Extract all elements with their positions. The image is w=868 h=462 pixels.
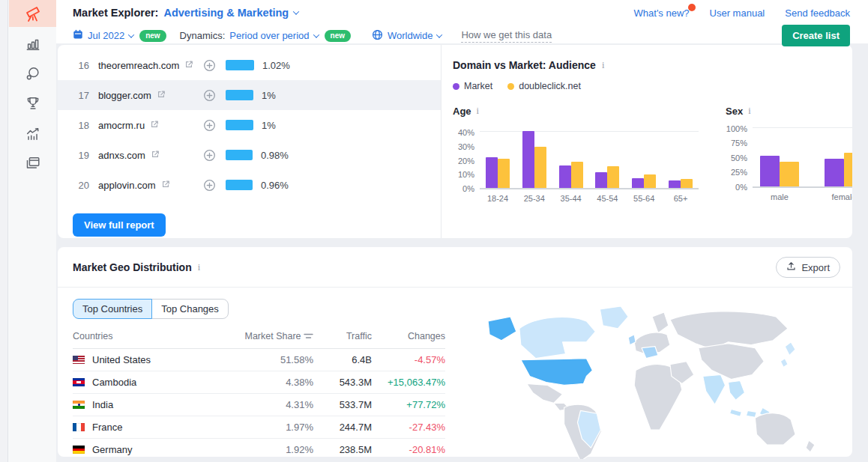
globe-icon (372, 29, 383, 43)
telescope-icon (24, 4, 42, 22)
domain-name-wrap: amocrm.ru (98, 120, 203, 131)
export-button[interactable]: Export (776, 257, 840, 278)
info-icon[interactable]: i (748, 106, 750, 117)
external-link-icon[interactable] (150, 120, 159, 131)
table-row[interactable]: United States51.58%6.4B-4.57% (73, 349, 445, 371)
domain-link[interactable]: blogger.com (98, 90, 151, 101)
bar-groups (480, 127, 699, 188)
column-header-market-share[interactable]: Market Share (238, 329, 313, 349)
table-row[interactable]: Cambodia4.38%543.3M+15,063.47% (73, 371, 445, 394)
external-link-icon[interactable] (184, 60, 193, 71)
bar-doubleclick-net-65[interactable] (681, 179, 693, 188)
view-full-report-button[interactable]: View full report (73, 213, 166, 237)
info-icon[interactable]: i (602, 60, 604, 71)
traffic-cell: 543.3M (313, 371, 372, 394)
bar-market-35-44[interactable] (559, 165, 571, 188)
header-row-1: Market Explorer: Advertising & Marketing… (56, 0, 868, 19)
external-link-icon[interactable] (157, 90, 166, 101)
external-link-icon[interactable] (161, 180, 170, 191)
domain-row[interactable]: 16theoremreach.com1.02% (58, 50, 441, 80)
traffic-icon (25, 65, 41, 82)
add-domain-button[interactable] (203, 149, 216, 162)
geo-distribution-card: Market Geo Distribution i Export Top Cou… (58, 247, 852, 457)
chart-body: 100%75%50%25%0% (726, 127, 852, 188)
x-axis-label-55-64: 55-64 (632, 194, 656, 203)
domain-name-wrap: blogger.com (98, 90, 203, 101)
dynamics-selector[interactable]: Period over period (229, 30, 318, 41)
bar-group-male (760, 156, 799, 186)
region-selector[interactable]: Worldwide (372, 29, 441, 43)
bar-market-male[interactable] (760, 156, 780, 186)
table-row[interactable]: France1.97%244.7M-27.43% (73, 416, 445, 439)
tab-top-countries[interactable]: Top Countries (73, 299, 152, 319)
domain-row[interactable]: 19adnxs.com0.98% (58, 140, 441, 170)
bar-doubleclick-net-35-44[interactable] (571, 162, 583, 188)
add-domain-button[interactable] (203, 119, 216, 132)
bar-market-45-54[interactable] (595, 172, 607, 188)
domain-row[interactable]: 20applovin.com0.96% (58, 170, 441, 200)
table-row[interactable]: India4.31%533.7M+77.72% (73, 394, 445, 416)
sex-chart-title-row: Sexi (726, 106, 852, 117)
bar-market-55-64[interactable] (632, 178, 644, 188)
domain-row[interactable]: 17blogger.com1% (58, 80, 441, 110)
country-name: India (92, 399, 113, 410)
info-icon[interactable]: i (198, 262, 200, 273)
bar-market-65[interactable] (669, 180, 681, 188)
sidebar-item-bar-chart[interactable] (9, 30, 56, 57)
traffic-cell: 533.7M (313, 394, 372, 416)
bar-doubleclick-net-male[interactable] (780, 162, 799, 186)
domain-link[interactable]: applovin.com (98, 180, 156, 191)
traffic-cell: 244.7M (313, 416, 372, 439)
bar-doubleclick-net-55-64[interactable] (644, 174, 656, 188)
create-list-button[interactable]: Create list (782, 25, 850, 46)
y-axis: 100%75%50%25%0% (726, 127, 753, 188)
how-we-get-this-data-link[interactable]: How we get this data (461, 29, 552, 43)
sort-icon[interactable] (301, 331, 313, 341)
domain-link[interactable]: adnxs.com (98, 150, 145, 161)
what-s-new-link[interactable]: What's new? (634, 7, 690, 19)
in-flag-icon (73, 401, 85, 409)
bar-doubleclick-net-25-34[interactable] (534, 147, 546, 188)
share-bar (226, 60, 254, 70)
add-domain-button[interactable] (203, 59, 216, 72)
sidebar-item-windows[interactable] (9, 150, 56, 177)
external-link-icon[interactable] (151, 150, 160, 161)
tab-top-changes[interactable]: Top Changes (151, 299, 229, 319)
domain-link[interactable]: amocrm.ru (98, 120, 145, 131)
y-axis-tick: 0% (735, 183, 747, 192)
legend-item-doubleclick-net[interactable]: doubleclick.net (507, 81, 581, 91)
sidebar-item-trophy[interactable] (9, 90, 56, 117)
sidebar-item-traffic[interactable] (9, 60, 56, 87)
bar-market-25-34[interactable] (522, 131, 534, 188)
y-axis-tick: 30% (458, 142, 474, 151)
info-icon[interactable]: i (477, 106, 479, 117)
x-axis-label-male: male (760, 192, 799, 201)
bar-doubleclick-net-18-24[interactable] (498, 159, 510, 188)
table-row[interactable]: Germany1.92%238.5M-20.81% (73, 439, 445, 461)
domain-link[interactable]: theoremreach.com (98, 60, 179, 71)
market-selector[interactable]: Advertising & Marketing (163, 7, 298, 19)
chart-title-label: Sex (726, 106, 743, 117)
send-feedback-link[interactable]: Send feedback (785, 7, 850, 19)
domain-row[interactable]: 18amocrm.ru1% (58, 110, 441, 140)
bar-market-18-24[interactable] (486, 157, 498, 188)
sidebar-item-telescope[interactable] (9, 0, 56, 27)
us-flag-icon (73, 356, 85, 364)
date-selector[interactable]: Jul 2022 (73, 29, 133, 42)
sidebar-collapse-strip[interactable] (0, 0, 8, 462)
user-manual-link[interactable]: User manual (710, 7, 765, 19)
change-cell: +15,063.47% (372, 371, 445, 394)
share-value: 1% (262, 90, 276, 101)
bar-doubleclick-net-female[interactable] (844, 153, 852, 186)
header-links: What's new?User manualSend feedback (634, 7, 850, 19)
bar-doubleclick-net-45-54[interactable] (607, 166, 619, 188)
y-axis-tick: 0% (462, 184, 474, 193)
add-domain-button[interactable] (203, 179, 216, 192)
sidebar-item-trend[interactable] (9, 120, 56, 147)
bar-market-female[interactable] (825, 159, 844, 186)
legend-item-market[interactable]: Market (453, 81, 492, 91)
world-map[interactable] (447, 299, 852, 462)
add-domain-button[interactable] (203, 89, 216, 102)
breadcrumb: Market Explorer: Advertising & Marketing (73, 7, 298, 19)
legend-dot (507, 83, 514, 90)
